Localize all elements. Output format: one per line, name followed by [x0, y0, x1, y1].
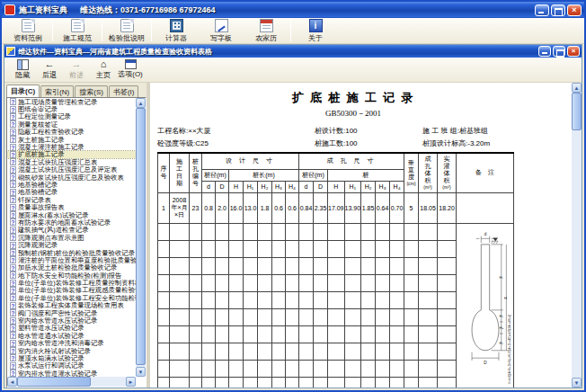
list-item[interactable]: ?屋顶水箱满水试验记录 — [7, 354, 136, 361]
tree-hscroll-thumb[interactable] — [17, 377, 91, 387]
nav-button-隐藏[interactable]: 隐藏 — [10, 58, 35, 81]
dimension-symbol: H₂ — [258, 181, 272, 192]
list-item[interactable]: ?单位(子单位)装饰装修工程质量控制资料核查记录 — [7, 279, 136, 286]
list-item[interactable]: ?测量复核签证 — [7, 120, 136, 128]
empty-cell — [438, 308, 457, 325]
empty-cell — [344, 308, 361, 325]
list-item[interactable]: ?混凝土试块抗压强度汇总表 — [7, 158, 136, 165]
nav-button-选项(O)[interactable]: 选项(O) — [118, 58, 143, 81]
tab-书签(I)[interactable]: 书签(I) — [109, 85, 139, 97]
tree-vertical-scrollbar[interactable]: ▲ ▼ — [136, 98, 146, 377]
list-item-label: 加筋水泥土桩检验批质量验收记录 — [18, 264, 117, 272]
list-item[interactable]: ?塑料管道水压试验记录 — [7, 325, 136, 332]
viewer-maximize-button[interactable] — [553, 46, 565, 57]
nav-button-后退[interactable]: ←后退 — [37, 58, 62, 81]
list-item[interactable]: ?室内消火栓试射试验记录 — [7, 347, 136, 354]
toolbar-button-关于[interactable]: i关于 — [293, 19, 338, 43]
list-item[interactable]: ?混凝土试块抗压强度汇总及评定表 — [7, 166, 136, 174]
toolbar-button-资料范例[interactable]: 资料范例 — [5, 19, 50, 43]
scroll-down-icon[interactable]: ▼ — [572, 378, 582, 388]
tab-目录(C)[interactable]: 目录(C) — [6, 85, 40, 97]
list-item[interactable]: ?沉降观测记录 — [7, 241, 136, 248]
empty-cell — [258, 343, 272, 360]
nav-button-主页[interactable]: ⌂主页 — [91, 58, 116, 81]
empty-cell — [376, 325, 390, 343]
remark-diagram-cell: d D H₁ H₂ H₃ H₄ H V=π/4[(d²H₁+D²H₃)+H₂/3… — [457, 223, 514, 388]
tree-horizontal-scrollbar[interactable]: ◄ ► — [7, 377, 136, 387]
list-item[interactable]: ?有防水要求的地面蓄水试验记录 — [7, 218, 136, 226]
empty-cell — [258, 291, 272, 308]
list-item[interactable]: ?图纸会审记录 — [7, 105, 136, 112]
list-item[interactable]: ?建筑抽气(风)道检查记录 — [7, 227, 136, 234]
maximize-button[interactable] — [551, 4, 565, 16]
empty-cell — [202, 343, 216, 360]
scroll-right-icon[interactable]: ► — [126, 377, 136, 387]
dimension-symbol: H₁ — [344, 181, 361, 192]
list-item[interactable]: ?加筋水泥土桩检验批质量验收记录 — [7, 264, 136, 272]
list-item[interactable]: ?地基验槽记录 — [7, 189, 136, 196]
list-item[interactable]: ?砌筑砂浆试块抗压强度汇总及验收表 — [7, 174, 136, 181]
list-item[interactable]: ?施工现场质量管理检查记录 — [7, 98, 136, 105]
list-item[interactable]: ?给水管道通水试验记录 — [7, 332, 136, 339]
list-item[interactable]: ?室内排水管道灌水试验记录 — [7, 370, 136, 377]
scroll-up-icon[interactable]: ▲ — [572, 83, 582, 93]
list-item[interactable]: ?混凝土灌注桩施工记录 — [7, 143, 136, 150]
empty-cell — [438, 291, 457, 308]
scroll-left-icon[interactable]: ◄ — [7, 377, 17, 387]
list-item-label: 灌注桩的平面位置和垂直度检验批质量验收记录 — [18, 256, 136, 263]
help-page-icon: ? — [10, 106, 16, 113]
list-item[interactable]: ?工程定位测量记录 — [7, 113, 136, 120]
contents-list: ?施工现场质量管理检查记录?图纸会审记录?工程定位测量记录?测量复核签证?隐蔽工… — [7, 98, 136, 377]
empty-cell — [286, 308, 299, 325]
list-item[interactable]: ?阀门强度和严密性试验记录 — [7, 309, 136, 316]
list-item[interactable]: ?隐蔽工程检查验收记录 — [7, 129, 136, 136]
list-item[interactable]: ?室内给水管道冲洗和消毒记录 — [7, 340, 136, 347]
back-arrow-icon: ← — [45, 58, 55, 70]
tree-vscroll-thumb[interactable] — [136, 108, 146, 365]
list-item[interactable]: ?预制桩(钢桩)桩位的检验批质量验收记录 — [7, 249, 136, 256]
list-item[interactable]: ?质量事故报告表 — [7, 203, 136, 210]
empty-cell — [202, 360, 216, 377]
list-item[interactable]: ?灰土桩施工记录 — [7, 136, 136, 143]
viewer-close-button[interactable]: × — [567, 46, 580, 57]
close-button[interactable]: × — [567, 4, 582, 16]
toolbar-button-计算器[interactable]: 计算器 — [154, 19, 199, 43]
list-item[interactable]: ?扩底桩施工记录 — [7, 151, 136, 158]
help-page-icon: ? — [10, 325, 16, 332]
list-item[interactable]: ?地基验槽记录 — [7, 181, 136, 188]
scroll-down-icon[interactable]: ▼ — [136, 367, 146, 377]
tab-搜索(S)[interactable]: 搜索(S) — [75, 85, 108, 97]
list-item[interactable]: ?室内给水管道水压试验记录 — [7, 316, 136, 324]
empty-cell — [328, 308, 345, 325]
toolbar-button-写字板[interactable]: 写字板 — [199, 19, 244, 43]
viewer-minimize-button[interactable] — [538, 46, 551, 57]
list-item[interactable]: ?水泵试运行和调试记录 — [7, 362, 136, 370]
list-item[interactable]: ?沉降观测点布置示意图 — [7, 234, 136, 241]
list-item[interactable]: ?装饰装修工程实体质量现场检查用表 — [7, 302, 136, 309]
toolbar-button-农家历[interactable]: 农家历 — [244, 19, 289, 43]
toolbar-button-检验批说明[interactable]: 检验批说明 — [104, 19, 149, 43]
scroll-up-icon[interactable]: ▲ — [136, 98, 146, 108]
empty-cell — [390, 308, 404, 325]
list-item[interactable]: ?灌注桩的平面位置和垂直度检验批质量验收记录 — [7, 256, 136, 263]
list-item[interactable]: ?单位(子单位)装饰装修工程观感质量检验记录 — [7, 287, 136, 294]
list-item[interactable]: ?单位(子单位)装饰装修工程安全和功能检验资料核查 — [7, 294, 136, 301]
document-vertical-scrollbar[interactable]: ▲ ▼ — [572, 83, 582, 388]
list-item[interactable]: ?屋面淋水(蓄水)试验记录 — [7, 211, 136, 218]
toolbar-button-施工规范[interactable]: 施工规范 — [55, 19, 100, 43]
viewer-icon — [6, 47, 15, 56]
doc-vscroll-thumb[interactable] — [572, 93, 582, 130]
empty-cell — [258, 223, 272, 240]
list-item[interactable]: ?地下防水安全和功能检验(检测)报告 — [7, 272, 136, 279]
help-page-icon: ? — [10, 347, 16, 354]
empty-cell — [314, 377, 328, 388]
column-header: 桩孔编号 — [190, 153, 202, 192]
list-item-label: 给水管道通水试验记录 — [18, 332, 84, 339]
list-item[interactable]: ?钎探记录表 — [7, 196, 136, 203]
empty-cell — [314, 343, 328, 360]
dimension-symbol: H₃ — [272, 181, 286, 192]
empty-cell — [376, 223, 390, 240]
minimize-button[interactable] — [535, 4, 549, 16]
viewer-toolbar: 隐藏←后退→前进⌂主页选项(O) — [4, 58, 582, 83]
tab-索引(N)[interactable]: 索引(N) — [40, 85, 74, 97]
